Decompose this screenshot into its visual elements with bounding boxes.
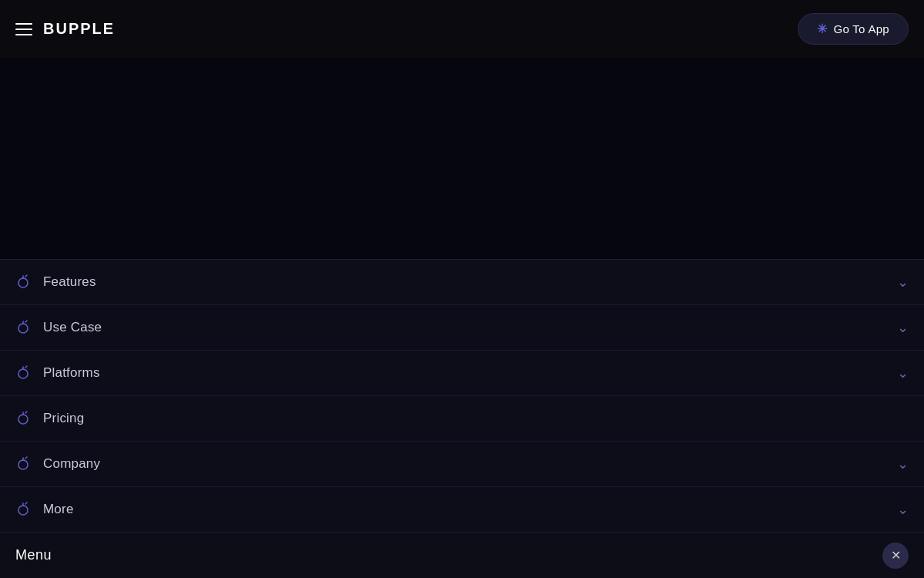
svg-point-12 <box>18 460 28 469</box>
menu-footer-bar: Menu ✕ <box>0 532 924 578</box>
svg-point-9 <box>18 415 28 424</box>
svg-line-17 <box>25 502 27 504</box>
hamburger-icon[interactable] <box>15 23 32 35</box>
nav-icon-pricing <box>15 410 32 427</box>
menu-items-list: Features⌄ Use Case⌄ Platforms⌄ Pricing C… <box>0 260 924 532</box>
menu-item-left-features: Features <box>15 274 96 291</box>
go-to-app-button[interactable]: ✳ Go To App <box>798 13 909 45</box>
menu-item-left-platforms: Platforms <box>15 365 100 381</box>
menu-item-label-more: More <box>43 502 74 517</box>
svg-point-15 <box>18 506 28 515</box>
menu-drawer: Features⌄ Use Case⌄ Platforms⌄ Pricing C… <box>0 259 924 532</box>
chevron-icon-platforms: ⌄ <box>897 365 909 381</box>
nav-icon-use-case <box>15 319 32 336</box>
nav-icon-company <box>15 455 32 472</box>
menu-item-features[interactable]: Features⌄ <box>0 260 924 305</box>
svg-line-11 <box>25 412 27 413</box>
menu-item-more[interactable]: More⌄ <box>0 487 924 532</box>
menu-footer-label: Menu <box>15 547 52 563</box>
svg-line-14 <box>25 457 27 459</box>
menu-item-label-company: Company <box>43 456 100 472</box>
chevron-icon-more: ⌄ <box>897 501 909 518</box>
chevron-icon-features: ⌄ <box>897 274 909 291</box>
svg-line-2 <box>25 275 27 277</box>
chevron-icon-company: ⌄ <box>897 455 909 472</box>
svg-line-5 <box>25 321 27 322</box>
menu-item-left-company: Company <box>15 455 100 472</box>
menu-item-label-platforms: Platforms <box>43 365 100 381</box>
menu-item-left-more: More <box>15 501 74 518</box>
svg-line-8 <box>25 366 27 368</box>
brand-name: BUPPLE <box>43 20 115 38</box>
svg-point-6 <box>18 369 28 378</box>
navbar: BUPPLE ✳ Go To App <box>0 0 924 58</box>
main-content: Features⌄ Use Case⌄ Platforms⌄ Pricing C… <box>0 58 924 532</box>
close-icon: ✕ <box>891 548 901 563</box>
svg-point-3 <box>18 324 28 333</box>
navbar-left: BUPPLE <box>15 20 115 38</box>
asterisk-icon: ✳ <box>817 22 827 36</box>
menu-item-pricing[interactable]: Pricing <box>0 396 924 442</box>
svg-point-0 <box>18 278 28 287</box>
menu-item-label-pricing: Pricing <box>43 411 84 426</box>
menu-item-label-use-case: Use Case <box>43 320 102 335</box>
close-menu-button[interactable]: ✕ <box>882 543 909 569</box>
menu-item-left-pricing: Pricing <box>15 410 84 427</box>
nav-icon-platforms <box>15 365 32 381</box>
menu-item-left-use-case: Use Case <box>15 319 102 336</box>
menu-item-platforms[interactable]: Platforms⌄ <box>0 351 924 396</box>
menu-item-use-case[interactable]: Use Case⌄ <box>0 305 924 351</box>
nav-icon-features <box>15 274 32 291</box>
chevron-icon-use-case: ⌄ <box>897 319 909 336</box>
go-to-app-label: Go To App <box>834 22 889 35</box>
menu-item-label-features: Features <box>43 274 96 290</box>
nav-icon-more <box>15 501 32 518</box>
menu-item-company[interactable]: Company⌄ <box>0 442 924 487</box>
